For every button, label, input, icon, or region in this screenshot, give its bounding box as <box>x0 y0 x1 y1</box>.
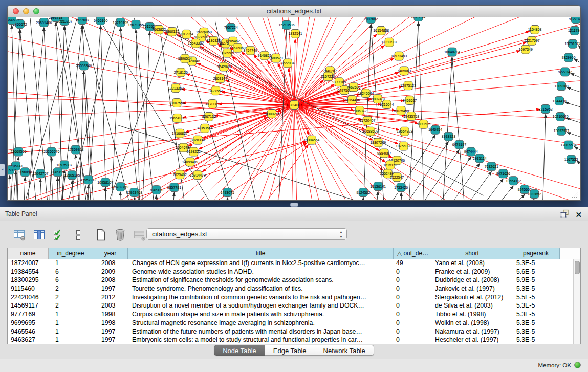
network-node[interactable]: 1640954 <box>428 125 442 134</box>
new-document-button[interactable] <box>93 228 108 244</box>
network-node[interactable]: 1154808 <box>528 25 542 34</box>
table-row[interactable]: 2242004622012Investigating the contribut… <box>8 293 574 302</box>
network-node[interactable]: 9127372 <box>569 17 580 23</box>
close-panel-icon[interactable]: ✕ <box>575 210 582 220</box>
network-node[interactable]: 18807249 <box>370 138 386 147</box>
tab-node-table[interactable]: Node Table <box>214 345 265 356</box>
zoom-window-icon[interactable] <box>33 8 39 14</box>
scrollbar-thumb[interactable] <box>575 261 580 274</box>
table-row[interactable]: 1938455462009Genome-wide association stu… <box>8 268 574 276</box>
network-node[interactable]: 1209388 <box>554 82 568 91</box>
tab-network-table[interactable]: Network Table <box>315 345 374 356</box>
column-header-title[interactable]: title <box>128 248 394 259</box>
network-node[interactable]: 1167533 <box>564 155 578 164</box>
network-node[interactable]: 20206576 <box>43 147 59 156</box>
network-node[interactable]: 10654112 <box>506 177 521 185</box>
split-divider-grip[interactable] <box>290 203 298 207</box>
network-canvas[interactable]: 2405572206914061055328720937131527607646… <box>8 17 580 200</box>
table-row[interactable]: 969969511998Structural magnetic resonanc… <box>8 319 574 327</box>
panel-collapse-handle[interactable]: ◂ <box>0 164 5 176</box>
table-selector-dropdown[interactable]: citations_edges.txt ▲▼ <box>146 228 347 240</box>
network-view-window[interactable]: citations_edges.txt 24055722069140610553… <box>7 5 581 201</box>
network-node[interactable]: 10025458 <box>393 106 409 115</box>
network-node[interactable]: 8813074 <box>411 17 425 21</box>
network-node[interactable]: 2718126 <box>174 68 188 77</box>
network-node[interactable]: 16210645 <box>553 112 569 121</box>
network-node[interactable]: 15751074 <box>564 39 580 48</box>
window-titlebar[interactable]: citations_edges.txt <box>8 6 580 17</box>
network-node[interactable]: 7632621 <box>485 162 498 171</box>
network-node[interactable]: 10958107 <box>97 178 113 187</box>
network-node[interactable]: 1244418 <box>552 97 566 105</box>
network-node[interactable]: 16648784 <box>444 48 460 56</box>
network-node[interactable]: 16154838 <box>373 26 389 35</box>
network-node[interactable]: 19384554 <box>303 136 319 144</box>
network-node[interactable]: 20691406 <box>36 18 52 27</box>
resize-grip-icon[interactable] <box>572 192 578 198</box>
network-node[interactable]: 15692971 <box>554 126 570 135</box>
network-node[interactable]: 9875685 <box>221 49 234 57</box>
delete-table-button[interactable] <box>113 228 128 244</box>
network-node[interactable]: 10756928 <box>396 142 411 150</box>
column-header-name[interactable]: name <box>8 248 49 259</box>
network-node[interactable]: 18107554 <box>169 99 185 107</box>
network-node[interactable]: 16136141 <box>370 182 386 191</box>
table-row[interactable]: 1456911722003Disruption of a novel membe… <box>8 301 574 310</box>
network-node[interactable]: 8267130 <box>202 112 216 121</box>
vertical-scrollbar[interactable] <box>573 259 580 344</box>
network-node[interactable]: 19654928 <box>169 114 185 122</box>
column-selector-button[interactable] <box>32 228 47 244</box>
table-row[interactable]: 1872400712008Changes of HCN gene express… <box>8 259 574 268</box>
network-node[interactable]: 8471626 <box>496 169 510 178</box>
network-node[interactable]: 1832541 <box>288 29 302 38</box>
network-node[interactable]: 9777169 <box>332 78 346 86</box>
network-node[interactable]: 12213987 <box>381 38 397 47</box>
network-node[interactable]: 8215953 <box>539 105 553 114</box>
tab-edge-table[interactable]: Edge Table <box>265 345 315 356</box>
network-node[interactable]: 1211786 <box>568 26 580 35</box>
network-node[interactable]: 19654923 <box>397 127 412 136</box>
column-header-year[interactable]: year <box>93 248 128 259</box>
select-all-button[interactable] <box>51 228 67 244</box>
network-node[interactable]: 17016504 <box>561 141 577 149</box>
table-row[interactable]: 911546021997Tourette syndrome. Phenomeno… <box>8 285 574 293</box>
network-node[interactable]: 9427552 <box>209 86 223 95</box>
network-node[interactable]: 6466160 <box>94 17 107 25</box>
minimize-window-icon[interactable] <box>23 8 29 14</box>
network-node[interactable]: 1097349 <box>519 45 533 54</box>
network-node[interactable]: 22669505 <box>10 147 26 156</box>
network-node[interactable]: 15218586 <box>278 20 294 29</box>
network-node[interactable]: 1156893 <box>18 168 32 177</box>
memory-status-indicator[interactable] <box>574 362 581 368</box>
network-node[interactable]: 6479197 <box>452 140 466 149</box>
network-node[interactable]: 10973493 <box>391 52 407 60</box>
unselect-all-button[interactable] <box>71 228 86 244</box>
table-row[interactable]: 946362711997Embryonic stem cells: a mode… <box>8 336 574 344</box>
table-row[interactable]: 977716911998Corpus callosum shape and si… <box>8 310 574 319</box>
network-node[interactable]: 10688609 <box>362 127 378 136</box>
network-node[interactable]: 12505195 <box>64 171 80 180</box>
table-row[interactable]: 1830029562008Estimation of significance … <box>8 276 574 285</box>
network-node[interactable]: 12213363 <box>168 84 184 93</box>
network-node[interactable]: 9124502 <box>356 188 370 197</box>
network-graph[interactable]: 2405572206914061055328720937131527607646… <box>8 17 580 200</box>
network-node[interactable]: 9899695 <box>417 120 430 128</box>
table-row[interactable]: 946554611997Estimation of the future num… <box>8 327 574 336</box>
close-window-icon[interactable] <box>13 8 19 14</box>
column-header-out_degree[interactable]: △ out_de… <box>394 248 432 259</box>
network-node[interactable]: 12217097 <box>524 36 540 45</box>
network-node[interactable]: 2087682 <box>364 17 378 23</box>
network-node[interactable]: 19435758 <box>403 112 419 120</box>
table-settings-button[interactable] <box>12 228 28 244</box>
column-header-pagerank[interactable]: pagerank <box>512 248 560 259</box>
network-node[interactable]: 8938928 <box>442 132 455 141</box>
network-node[interactable]: 18300295 <box>264 109 280 118</box>
network-node[interactable]: 9329966 <box>561 53 575 62</box>
network-node[interactable]: 16914479 <box>190 171 206 180</box>
network-node[interactable]: 4170081 <box>206 100 220 108</box>
column-header-in_degree[interactable]: in_degree <box>49 248 93 259</box>
network-node[interactable]: 1733426 <box>394 183 408 192</box>
float-window-icon[interactable] <box>560 209 569 220</box>
column-header-short[interactable]: short <box>432 248 512 259</box>
network-node[interactable]: 8222034 <box>280 59 294 68</box>
